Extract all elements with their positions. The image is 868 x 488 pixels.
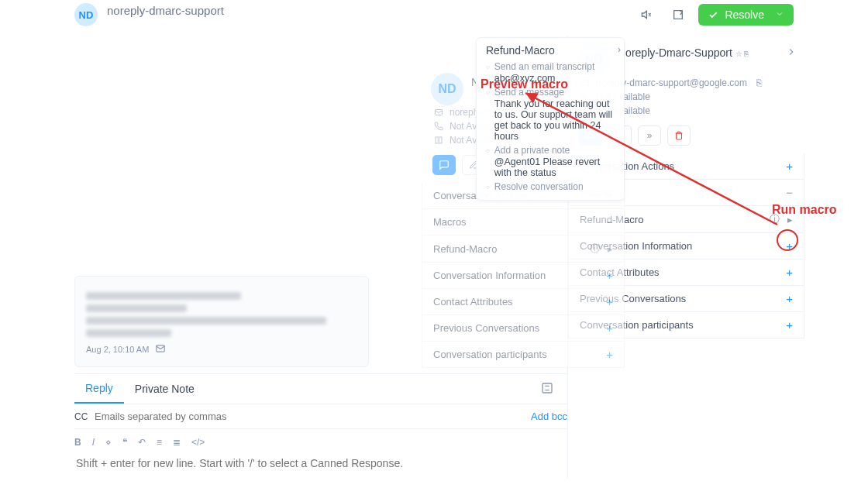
step3-label: Add a private note xyxy=(494,145,615,156)
ghost-section-macros[interactable]: Macros− xyxy=(422,209,625,235)
resolve-label: Resolve xyxy=(725,9,764,21)
bold-icon[interactable]: B xyxy=(74,437,81,448)
cc-input[interactable] xyxy=(95,411,531,422)
merge-contact-button[interactable]: » xyxy=(638,125,661,146)
step4-label: Resolve conversation xyxy=(494,181,584,192)
macro-preview-popover: › Refund-Macro Send an email transcripta… xyxy=(476,37,625,201)
step3-value: @Agent01 Please revert with the status xyxy=(494,156,615,178)
italic-icon[interactable]: I xyxy=(92,437,95,448)
ol-icon[interactable]: ≣ xyxy=(173,437,181,448)
mute-icon[interactable] xyxy=(636,4,658,26)
quote-icon[interactable]: ❝ xyxy=(122,437,127,448)
code-icon[interactable]: </> xyxy=(191,437,205,448)
conversation-header: ND noreply-dmarc-support Resolve xyxy=(0,0,868,26)
ul-icon[interactable]: ≡ xyxy=(157,437,162,448)
composer: Reply Private Note CC Add bcc B I ⋄ ❝ ↶ … xyxy=(74,373,567,478)
email-channel-icon xyxy=(155,343,166,356)
chevron-down-icon xyxy=(775,9,784,21)
tab-reply[interactable]: Reply xyxy=(74,374,124,404)
header-avatar: ND xyxy=(74,3,98,26)
expand-sidebar-icon[interactable] xyxy=(786,46,797,60)
annotation-preview: Preview macro xyxy=(480,77,568,91)
ghost-section-attr[interactable]: Contact Attributes+ xyxy=(422,289,625,315)
add-bcc-link[interactable]: Add bcc xyxy=(531,411,567,422)
header-subtitle xyxy=(107,17,224,26)
message-card: Aug 2, 10:10 AM xyxy=(74,276,369,367)
contact-name: Noreply-Dmarc-Support ☆ ⎘ xyxy=(618,46,795,59)
annotation-run: Run macro xyxy=(772,203,837,217)
thumbs-up-icon: ☆ ⎘ xyxy=(735,50,749,58)
ghost-new-conv-button[interactable] xyxy=(432,155,456,175)
tab-private-note[interactable]: Private Note xyxy=(124,375,205,403)
preview-macro-icon[interactable]: ⓘ xyxy=(590,242,600,256)
ghost-avatar: ND xyxy=(431,73,463,105)
undo-icon[interactable]: ↶ xyxy=(138,437,146,448)
svg-rect-3 xyxy=(542,383,552,393)
ghost-refund-macro-row[interactable]: Refund-Macro ⓘ ▸ xyxy=(422,235,625,263)
ghost-section-participants[interactable]: Conversation participants+ xyxy=(422,342,625,368)
message-timestamp: Aug 2, 10:10 AM xyxy=(86,345,149,354)
resolve-button[interactable]: Resolve xyxy=(698,4,794,26)
step1-label: Send an email transcript xyxy=(494,61,594,72)
header-title: noreply-dmarc-support xyxy=(107,4,224,17)
minus-icon[interactable]: − xyxy=(786,186,793,199)
insert-signature-icon[interactable] xyxy=(541,382,567,397)
editor-toolbar: B I ⋄ ❝ ↶ ≡ ≣ </> xyxy=(74,429,567,455)
reply-editor[interactable] xyxy=(74,455,567,476)
link-icon[interactable]: ⋄ xyxy=(105,437,112,448)
annotation-circle xyxy=(777,229,798,251)
popover-chevron-icon: › xyxy=(618,44,621,55)
popover-title: Refund-Macro xyxy=(486,44,615,57)
delete-contact-button[interactable] xyxy=(667,125,691,146)
copy-icon[interactable]: ⎘ xyxy=(756,77,762,88)
send-transcript-icon[interactable] xyxy=(667,4,689,26)
ghost-section-prev[interactable]: Previous Conversations+ xyxy=(422,315,625,342)
step2-value: Thank you for reaching out to us. Our su… xyxy=(494,98,615,142)
run-macro-icon-ghost[interactable]: ▸ xyxy=(608,243,613,255)
conversation-column: ND Noreply-D noreply-d Not Available Not… xyxy=(0,36,567,478)
cc-label: CC xyxy=(74,411,95,422)
ghost-section-info[interactable]: Conversation Information+ xyxy=(422,263,625,289)
plus-icon[interactable]: + xyxy=(786,160,793,173)
